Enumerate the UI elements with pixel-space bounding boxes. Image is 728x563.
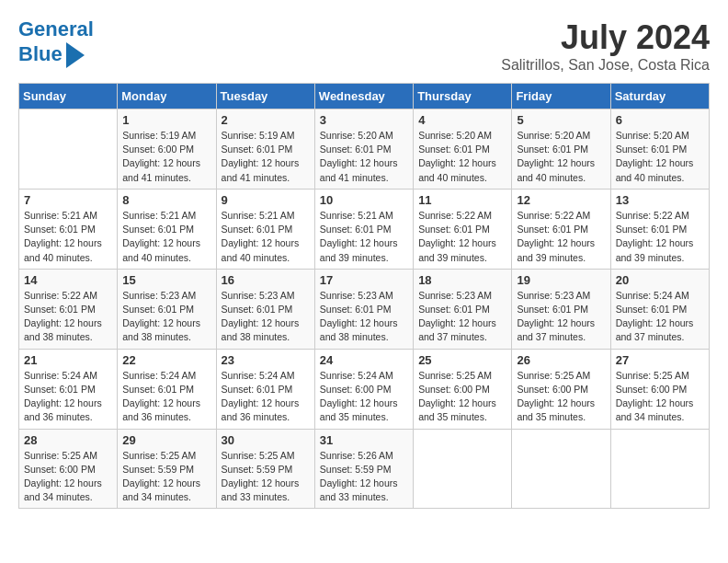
calendar-cell: 4Sunrise: 5:20 AMSunset: 6:01 PMDaylight…: [414, 109, 512, 190]
column-header-sunday: Sunday: [19, 84, 118, 109]
day-number: 23: [222, 353, 310, 367]
day-info: Sunrise: 5:21 AMSunset: 6:01 PMDaylight:…: [24, 209, 112, 265]
calendar-cell: 10Sunrise: 5:21 AMSunset: 6:01 PMDayligh…: [314, 189, 413, 269]
day-info: Sunrise: 5:25 AMSunset: 6:00 PMDaylight:…: [517, 369, 605, 425]
day-info: Sunrise: 5:23 AMSunset: 6:01 PMDaylight:…: [222, 289, 310, 345]
day-info: Sunrise: 5:20 AMSunset: 6:01 PMDaylight:…: [320, 129, 408, 185]
calendar-cell: 24Sunrise: 5:24 AMSunset: 6:00 PMDayligh…: [314, 349, 413, 429]
day-number: 25: [418, 353, 506, 367]
calendar-cell: 26Sunrise: 5:25 AMSunset: 6:00 PMDayligh…: [512, 349, 610, 429]
day-number: 4: [418, 113, 506, 127]
title-block: July 2024 Salitrillos, San Jose, Costa R…: [501, 18, 710, 74]
calendar-cell: 3Sunrise: 5:20 AMSunset: 6:01 PMDaylight…: [314, 109, 413, 190]
day-info: Sunrise: 5:22 AMSunset: 6:01 PMDaylight:…: [418, 209, 506, 265]
day-info: Sunrise: 5:20 AMSunset: 6:01 PMDaylight:…: [517, 129, 605, 185]
calendar-cell: 5Sunrise: 5:20 AMSunset: 6:01 PMDaylight…: [512, 109, 610, 190]
day-number: 9: [222, 193, 310, 207]
column-header-monday: Monday: [118, 84, 216, 109]
day-info: Sunrise: 5:23 AMSunset: 6:01 PMDaylight:…: [122, 289, 210, 345]
calendar-cell: [414, 429, 512, 509]
calendar-cell: 14Sunrise: 5:22 AMSunset: 6:01 PMDayligh…: [19, 269, 118, 349]
calendar-cell: [610, 429, 709, 509]
day-number: 14: [24, 273, 112, 287]
day-number: 3: [320, 113, 408, 127]
calendar-cell: 31Sunrise: 5:26 AMSunset: 5:59 PMDayligh…: [314, 429, 413, 509]
day-number: 28: [24, 433, 112, 447]
day-number: 13: [616, 193, 704, 207]
day-info: Sunrise: 5:22 AMSunset: 6:01 PMDaylight:…: [517, 209, 605, 265]
day-info: Sunrise: 5:19 AMSunset: 6:00 PMDaylight:…: [122, 129, 210, 185]
calendar-table: SundayMondayTuesdayWednesdayThursdayFrid…: [18, 83, 710, 509]
column-header-tuesday: Tuesday: [216, 84, 314, 109]
calendar-cell: 2Sunrise: 5:19 AMSunset: 6:01 PMDaylight…: [216, 109, 314, 190]
day-info: Sunrise: 5:21 AMSunset: 6:01 PMDaylight:…: [320, 209, 408, 265]
calendar-cell: 28Sunrise: 5:25 AMSunset: 6:00 PMDayligh…: [19, 429, 118, 509]
day-info: Sunrise: 5:20 AMSunset: 6:01 PMDaylight:…: [616, 129, 704, 185]
day-number: 8: [122, 193, 210, 207]
day-number: 5: [517, 113, 605, 127]
page-header: General Blue July 2024 Salitrillos, San …: [18, 18, 710, 74]
day-info: Sunrise: 5:23 AMSunset: 6:01 PMDaylight:…: [517, 289, 605, 345]
logo: General Blue: [18, 18, 94, 68]
calendar-cell: 7Sunrise: 5:21 AMSunset: 6:01 PMDaylight…: [19, 189, 118, 269]
calendar-cell: 13Sunrise: 5:22 AMSunset: 6:01 PMDayligh…: [610, 189, 709, 269]
calendar-cell: [19, 109, 118, 190]
calendar-week-row: 28Sunrise: 5:25 AMSunset: 6:00 PMDayligh…: [19, 429, 710, 509]
calendar-cell: 19Sunrise: 5:23 AMSunset: 6:01 PMDayligh…: [512, 269, 610, 349]
day-number: 15: [122, 273, 210, 287]
calendar-cell: 15Sunrise: 5:23 AMSunset: 6:01 PMDayligh…: [118, 269, 216, 349]
calendar-cell: 12Sunrise: 5:22 AMSunset: 6:01 PMDayligh…: [512, 189, 610, 269]
day-info: Sunrise: 5:24 AMSunset: 6:01 PMDaylight:…: [122, 369, 210, 425]
day-info: Sunrise: 5:24 AMSunset: 6:00 PMDaylight:…: [320, 369, 408, 425]
calendar-cell: 21Sunrise: 5:24 AMSunset: 6:01 PMDayligh…: [19, 349, 118, 429]
day-number: 16: [222, 273, 310, 287]
day-info: Sunrise: 5:22 AMSunset: 6:01 PMDaylight:…: [616, 209, 704, 265]
day-number: 2: [222, 113, 310, 127]
day-info: Sunrise: 5:23 AMSunset: 6:01 PMDaylight:…: [418, 289, 506, 345]
calendar-week-row: 1Sunrise: 5:19 AMSunset: 6:00 PMDaylight…: [19, 109, 710, 190]
calendar-header-row: SundayMondayTuesdayWednesdayThursdayFrid…: [19, 84, 710, 109]
logo-blue: Blue: [18, 42, 63, 65]
day-info: Sunrise: 5:24 AMSunset: 6:01 PMDaylight:…: [222, 369, 310, 425]
day-number: 30: [222, 433, 310, 447]
day-number: 12: [517, 193, 605, 207]
calendar-cell: 27Sunrise: 5:25 AMSunset: 6:00 PMDayligh…: [610, 349, 709, 429]
calendar-week-row: 7Sunrise: 5:21 AMSunset: 6:01 PMDaylight…: [19, 189, 710, 269]
day-info: Sunrise: 5:19 AMSunset: 6:01 PMDaylight:…: [222, 129, 310, 185]
day-info: Sunrise: 5:25 AMSunset: 6:00 PMDaylight:…: [24, 449, 112, 505]
day-number: 10: [320, 193, 408, 207]
calendar-cell: 25Sunrise: 5:25 AMSunset: 6:00 PMDayligh…: [414, 349, 512, 429]
day-info: Sunrise: 5:24 AMSunset: 6:01 PMDaylight:…: [24, 369, 112, 425]
day-info: Sunrise: 5:21 AMSunset: 6:01 PMDaylight:…: [222, 209, 310, 265]
calendar-cell: 8Sunrise: 5:21 AMSunset: 6:01 PMDaylight…: [118, 189, 216, 269]
calendar-cell: 29Sunrise: 5:25 AMSunset: 5:59 PMDayligh…: [118, 429, 216, 509]
day-number: 19: [517, 273, 605, 287]
column-header-saturday: Saturday: [610, 84, 709, 109]
calendar-cell: 22Sunrise: 5:24 AMSunset: 6:01 PMDayligh…: [118, 349, 216, 429]
logo-general: General: [18, 17, 94, 40]
day-number: 1: [122, 113, 210, 127]
calendar-week-row: 14Sunrise: 5:22 AMSunset: 6:01 PMDayligh…: [19, 269, 710, 349]
day-number: 20: [616, 273, 704, 287]
calendar-cell: 9Sunrise: 5:21 AMSunset: 6:01 PMDaylight…: [216, 189, 314, 269]
day-number: 26: [517, 353, 605, 367]
calendar-cell: [512, 429, 610, 509]
day-info: Sunrise: 5:20 AMSunset: 6:01 PMDaylight:…: [418, 129, 506, 185]
day-info: Sunrise: 5:21 AMSunset: 6:01 PMDaylight:…: [122, 209, 210, 265]
calendar-cell: 11Sunrise: 5:22 AMSunset: 6:01 PMDayligh…: [414, 189, 512, 269]
calendar-cell: 6Sunrise: 5:20 AMSunset: 6:01 PMDaylight…: [610, 109, 709, 190]
calendar-cell: 17Sunrise: 5:23 AMSunset: 6:01 PMDayligh…: [314, 269, 413, 349]
calendar-cell: 20Sunrise: 5:24 AMSunset: 6:01 PMDayligh…: [610, 269, 709, 349]
calendar-cell: 30Sunrise: 5:25 AMSunset: 5:59 PMDayligh…: [216, 429, 314, 509]
calendar-cell: 23Sunrise: 5:24 AMSunset: 6:01 PMDayligh…: [216, 349, 314, 429]
calendar-cell: 18Sunrise: 5:23 AMSunset: 6:01 PMDayligh…: [414, 269, 512, 349]
calendar-cell: 16Sunrise: 5:23 AMSunset: 6:01 PMDayligh…: [216, 269, 314, 349]
day-number: 11: [418, 193, 506, 207]
day-number: 17: [320, 273, 408, 287]
day-info: Sunrise: 5:22 AMSunset: 6:01 PMDaylight:…: [24, 289, 112, 345]
day-info: Sunrise: 5:26 AMSunset: 5:59 PMDaylight:…: [320, 449, 408, 505]
day-number: 31: [320, 433, 408, 447]
day-number: 7: [24, 193, 112, 207]
column-header-thursday: Thursday: [414, 84, 512, 109]
day-number: 6: [616, 113, 704, 127]
